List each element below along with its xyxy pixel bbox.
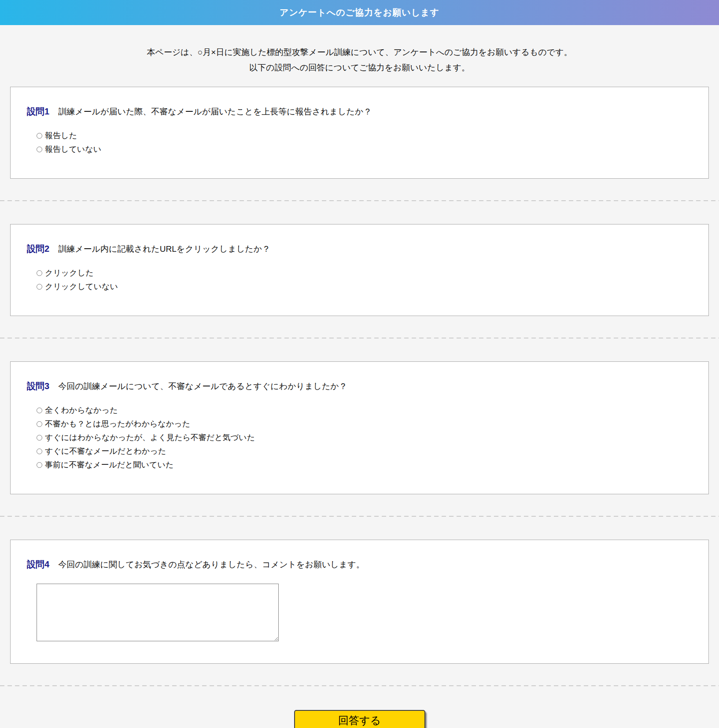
radio-q3-option-1[interactable] [37,408,42,413]
question-3-options: 全くわからなかった 不審かも？とは思ったがわからなかった すぐにはわからなかった… [37,404,691,472]
question-2-label: 設問2 [27,243,49,255]
submit-row: 回答する [0,710,719,728]
option-label: 事前に不審なメールだと聞いていた [45,458,173,472]
option-q1-not-reported[interactable]: 報告していない [37,143,691,156]
option-q3-1[interactable]: 全くわからなかった [37,404,691,417]
question-3-label: 設問3 [27,380,49,392]
comment-textarea[interactable] [37,584,279,641]
option-label: クリックした [45,266,94,280]
dashed-divider [0,200,719,201]
page-header: アンケートへのご協力をお願いします [0,0,719,25]
option-q2-not-clicked[interactable]: クリックしていない [37,280,691,294]
option-q3-3[interactable]: すぐにはわからなかったが、よく見たら不審だと気づいた [37,431,691,445]
question-4-text: 今回の訓練に関してお気づきの点などありましたら、コメントをお願いします。 [58,559,365,570]
question-3-heading: 設問3 今回の訓練メールについて、不審なメールであるとすぐにわかりましたか？ [27,380,691,392]
question-box-2: 設問2 訓練メール内に記載されたURLをクリックしましたか？ クリックした クリ… [10,224,709,316]
radio-q3-option-5[interactable] [37,462,42,468]
option-label: 全くわからなかった [45,404,118,417]
option-label: すぐに不審なメールだとわかった [45,445,166,458]
option-label: 不審かも？とは思ったがわからなかった [45,417,190,431]
intro-line-2: 以下の設問への回答についてご協力をお願いいたします。 [249,63,470,72]
question-1-label: 設問1 [27,106,49,118]
radio-q1-reported[interactable] [37,133,42,139]
option-label: 報告していない [45,143,101,156]
page-title: アンケートへのご協力をお願いします [280,7,439,18]
question-2-heading: 設問2 訓練メール内に記載されたURLをクリックしましたか？ [27,243,691,255]
radio-q1-not-reported[interactable] [37,147,42,152]
dashed-divider [0,338,719,338]
option-q2-clicked[interactable]: クリックした [37,266,691,280]
option-label: すぐにはわからなかったが、よく見たら不審だと気づいた [45,431,255,445]
survey-page: アンケートへのご協力をお願いします 本ページは、○月×日に実施した標的型攻撃メー… [0,0,719,728]
question-2-options: クリックした クリックしていない [37,266,691,294]
dashed-divider [0,516,719,517]
option-q3-4[interactable]: すぐに不審なメールだとわかった [37,445,691,458]
question-1-text: 訓練メールが届いた際、不審なメールが届いたことを上長等に報告されましたか？ [58,106,372,118]
option-label: 報告した [45,129,77,143]
question-3-text: 今回の訓練メールについて、不審なメールであるとすぐにわかりましたか？ [58,381,347,392]
intro-text: 本ページは、○月×日に実施した標的型攻撃メール訓練について、アンケートへのご協力… [9,44,710,75]
dashed-divider [0,685,719,686]
question-box-1: 設問1 訓練メールが届いた際、不審なメールが届いたことを上長等に報告されましたか… [10,87,709,179]
radio-q3-option-2[interactable] [37,421,42,427]
question-box-4: 設問4 今回の訓練に関してお気づきの点などありましたら、コメントをお願いします。 [10,540,709,664]
radio-q2-not-clicked[interactable] [37,284,42,290]
intro-line-1: 本ページは、○月×日に実施した標的型攻撃メール訓練について、アンケートへのご協力… [147,48,572,57]
submit-button[interactable]: 回答する [294,710,425,728]
question-1-heading: 設問1 訓練メールが届いた際、不審なメールが届いたことを上長等に報告されましたか… [27,106,691,118]
option-q1-reported[interactable]: 報告した [37,129,691,143]
option-q3-2[interactable]: 不審かも？とは思ったがわからなかった [37,417,691,431]
radio-q2-clicked[interactable] [37,270,42,276]
option-label: クリックしていない [45,280,118,294]
question-2-text: 訓練メール内に記載されたURLをクリックしましたか？ [58,243,270,255]
option-q3-5[interactable]: 事前に不審なメールだと聞いていた [37,458,691,472]
radio-q3-option-4[interactable] [37,449,42,454]
question-box-3: 設問3 今回の訓練メールについて、不審なメールであるとすぐにわかりましたか？ 全… [10,361,709,494]
question-4-heading: 設問4 今回の訓練に関してお気づきの点などありましたら、コメントをお願いします。 [27,559,691,570]
question-1-options: 報告した 報告していない [37,129,691,156]
radio-q3-option-3[interactable] [37,435,42,441]
question-4-label: 設問4 [27,559,49,570]
